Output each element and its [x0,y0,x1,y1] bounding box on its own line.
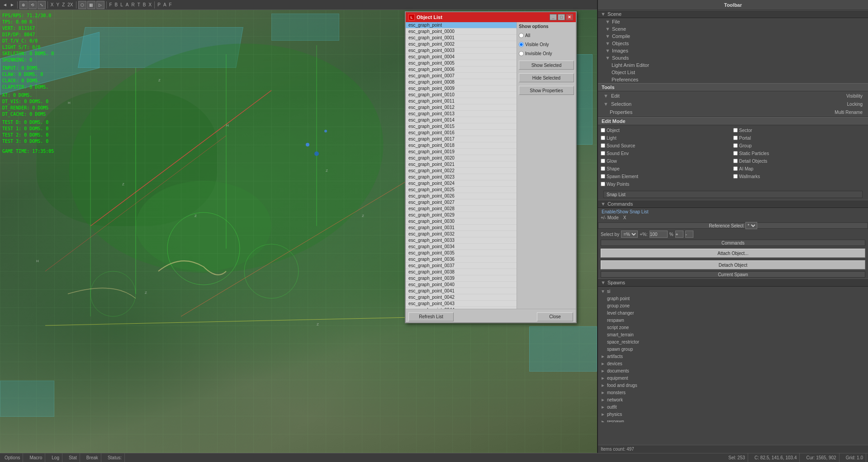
spawn-script-zone[interactable]: script zone [598,324,868,331]
obj-item-0[interactable]: esc_graph_point [406,22,517,28]
obj-item-6[interactable]: esc_graph_point_0005 [406,60,517,66]
cb-sound-source-input[interactable] [601,143,605,148]
filter-all-input[interactable] [519,33,524,38]
spawn-si[interactable]: ▼ si [598,288,868,295]
log-btn[interactable]: Log [49,453,62,462]
spawn-spawn-group[interactable]: spawn group [598,345,868,353]
select-by-dropdown-1[interactable]: =% [621,231,638,238]
spawn-level-changer[interactable]: level changer [598,309,868,316]
obj-item-14[interactable]: esc_graph_point_0013 [406,111,517,117]
cb-glow-input[interactable] [601,159,605,163]
cb-spawn-element-input[interactable] [601,174,605,179]
cb-way-points-input[interactable] [601,182,605,186]
obj-item-18[interactable]: esc_graph_point_0017 [406,136,517,142]
cb-portal-input[interactable] [733,136,738,140]
cb-sound-env-input[interactable] [601,151,605,156]
toolbar-scale-btn[interactable]: ⤡ [38,1,46,9]
cb-group-input[interactable] [733,143,738,148]
obj-item-34[interactable]: esc_graph_point_0033 [406,237,517,244]
spawn-artifacts-group[interactable]: ► artifacts [598,353,868,360]
cb-spawn-element[interactable]: Spawn Element [601,173,733,180]
menu-images[interactable]: ▼ Images [598,47,868,54]
obj-item-41[interactable]: esc_graph_point_0040 [406,282,517,288]
cb-object-input[interactable] [601,128,605,132]
obj-item-44[interactable]: esc_graph_point_0043 [406,301,517,307]
cb-glow[interactable]: Glow [601,157,733,165]
obj-item-36[interactable]: esc_graph_point_0035 [406,250,517,256]
obj-item-23[interactable]: esc_graph_point_0022 [406,168,517,174]
obj-item-35[interactable]: esc_graph_point_0034 [406,244,517,250]
obj-item-40[interactable]: esc_graph_point_0039 [406,275,517,282]
pct-dn-btn[interactable]: - [685,231,693,238]
spawn-network-group[interactable]: ► network [598,396,868,403]
filter-visible-input[interactable] [519,42,524,47]
spawn-respawn2-group[interactable]: ► respawn [598,418,868,422]
spawn-monsters-group[interactable]: ► monsters [598,389,868,396]
stat-btn[interactable]: Stat [66,453,80,462]
obj-item-22[interactable]: esc_graph_point_0021 [406,161,517,168]
obj-item-39[interactable]: esc_graph_point_0038 [406,269,517,275]
cb-sector-input[interactable] [733,128,738,132]
cb-ai-map-input[interactable] [733,166,738,171]
obj-item-3[interactable]: esc_graph_point_0002 [406,41,517,47]
obj-item-43[interactable]: esc_graph_point_0042 [406,294,517,301]
toolbar-grid-btn[interactable]: ▦ [87,1,95,9]
macro-btn[interactable]: Macro [27,453,45,462]
obj-item-37[interactable]: esc_graph_point_0036 [406,256,517,263]
toolbar-fwd-btn[interactable]: ► [10,2,14,7]
filter-invisible-input[interactable] [519,51,524,56]
dialog-maximize-btn[interactable]: □ [558,14,565,20]
obj-item-13[interactable]: esc_graph_point_0012 [406,104,517,111]
toolbar-select-btn[interactable]: ▷ [96,1,104,9]
menu-light-anim[interactable]: Light Anim Editor [598,61,868,69]
menu-objects[interactable]: ▼ Objects [598,40,868,47]
cb-group[interactable]: Group [733,142,865,149]
obj-item-27[interactable]: esc_graph_point_0026 [406,193,517,199]
dialog-minimize-btn[interactable]: _ [550,14,557,20]
obj-item-10[interactable]: esc_graph_point_0009 [406,85,517,92]
menu-preferences[interactable]: Preferences [598,76,868,83]
obj-item-1[interactable]: esc_graph_point_0000 [406,28,517,35]
spawn-equipment-group[interactable]: ► equipment [598,374,868,382]
obj-item-17[interactable]: esc_graph_point_0016 [406,130,517,136]
pct-input[interactable] [650,231,668,238]
cb-static-particles-input[interactable] [733,151,738,156]
spawn-outfit-group[interactable]: ► outfit [598,403,868,410]
cb-light[interactable]: Light [601,134,733,141]
obj-item-33[interactable]: esc_graph_point_0032 [406,231,517,237]
obj-item-28[interactable]: esc_graph_point_0027 [406,199,517,206]
commands-section[interactable]: ▼ Commands [598,200,868,208]
obj-item-31[interactable]: esc_graph_point_0030 [406,218,517,225]
obj-item-5[interactable]: esc_graph_point_0004 [406,54,517,60]
options-btn[interactable]: Options [2,453,23,462]
cb-light-input[interactable] [601,136,605,140]
obj-item-11[interactable]: esc_graph_point_0010 [406,92,517,98]
cb-ai-map[interactable]: AI Map [733,165,865,172]
obj-item-4[interactable]: esc_graph_point_0003 [406,47,517,54]
obj-item-8[interactable]: esc_graph_point_0007 [406,73,517,79]
cb-detail-objects[interactable]: Detail Objects [733,157,865,165]
filter-all-radio[interactable]: All [519,32,574,39]
cb-detail-objects-input[interactable] [733,159,738,163]
obj-item-20[interactable]: esc_graph_point_0019 [406,149,517,155]
show-properties-btn[interactable]: Show Properties [519,86,574,95]
enable-snap-link[interactable]: Enable/Show Snap List [601,209,649,214]
spawn-space-restrictor[interactable]: space_restrictor [598,338,868,345]
obj-item-30[interactable]: esc_graph_point_0029 [406,212,517,218]
cb-wallmarks[interactable]: Wallmarks [733,173,865,180]
obj-item-38[interactable]: esc_graph_point_0037 [406,263,517,269]
cb-shape[interactable]: Shape [601,165,733,172]
cb-static-particles[interactable]: Static Particles [733,150,865,157]
menu-scene[interactable]: ▼ Scene [598,25,868,33]
spawn-smart-terrain[interactable]: smart_terrain [598,331,868,338]
detach-object-btn[interactable]: Detach Object [601,260,865,269]
spawn-food-drugs-group[interactable]: ► food and drugs [598,382,868,389]
toolbar-rotate-btn[interactable]: ⟲ [28,1,37,9]
toolbar-snap-btn[interactable]: ⬡ [78,1,86,9]
spawn-respawn[interactable]: respawn [598,316,868,324]
pct-up-btn[interactable]: + [675,231,683,238]
cb-way-points[interactable]: Way Points [601,180,733,188]
obj-item-19[interactable]: esc_graph_point_0018 [406,142,517,149]
obj-item-26[interactable]: esc_graph_point_0025 [406,187,517,193]
menu-sounds[interactable]: ▼ Sounds [598,54,868,61]
